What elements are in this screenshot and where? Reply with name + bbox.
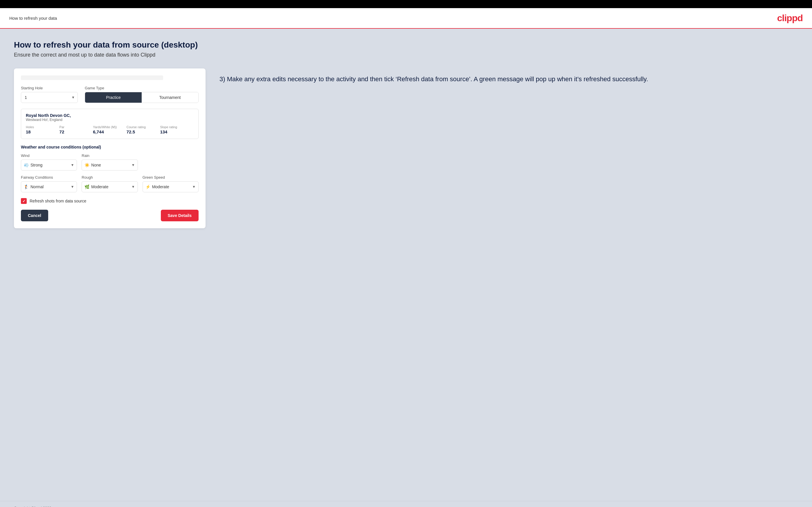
starting-hole-select-wrapper: 1 ▼ [21,92,78,103]
fairway-label: Fairway Conditions [21,175,77,179]
conditions-section-title: Weather and course conditions (optional) [21,145,199,149]
refresh-checkbox[interactable]: ✓ [21,198,27,204]
rough-select-wrapper: 🌿 Moderate ▼ [82,181,138,192]
tournament-button[interactable]: Tournament [142,92,198,103]
copyright-text: Copyright Clippd 2022 [14,506,51,507]
holes-stat: Holes 18 [26,125,59,134]
header: How to refresh your data clippd [0,8,812,29]
par-label: Par [59,125,93,129]
game-type-toggle: Practice Tournament [85,92,199,103]
fairway-rough-green-row: Fairway Conditions 🏌️ Normal ▼ Rough 🌿 [21,175,199,192]
green-speed-label: Green Speed [143,175,199,179]
fairway-select-wrapper: 🏌️ Normal ▼ [21,181,77,192]
rough-group: Rough 🌿 Moderate ▼ [82,175,138,192]
par-value: 72 [59,129,64,134]
cancel-button[interactable]: Cancel [21,210,48,221]
rain-select[interactable]: None [82,160,138,171]
starting-hole-game-type-row: Starting Hole 1 ▼ Game Type Practice Tou… [21,86,199,103]
course-name: Royal North Devon GC, [26,113,194,118]
content-area: Starting Hole 1 ▼ Game Type Practice Tou… [14,68,798,228]
page-heading: How to refresh your data from source (de… [14,40,798,50]
main-content: How to refresh your data from source (de… [0,29,812,501]
wind-group: Wind 💨 Strong ▼ [21,154,77,171]
yards-label: Yards/White (M)) [93,125,126,129]
wind-select[interactable]: Strong [21,160,77,171]
practice-button[interactable]: Practice [85,92,142,103]
header-title: How to refresh your data [9,16,57,20]
logo: clippd [777,13,803,23]
checkmark-icon: ✓ [22,199,26,203]
form-panel: Starting Hole 1 ▼ Game Type Practice Tou… [14,68,206,228]
rain-group: Rain ☀️ None ▼ [82,154,138,171]
slope-rating-value: 134 [160,129,167,134]
holes-value: 18 [26,129,31,134]
wind-rain-row: Wind 💨 Strong ▼ Rain ☀️ None [21,154,199,171]
green-speed-select-wrapper: ⚡ Moderate ▼ [143,181,199,192]
starting-hole-select[interactable]: 1 [21,92,78,103]
starting-hole-group: Starting Hole 1 ▼ [21,86,78,103]
yards-stat: Yards/White (M)) 6,744 [93,125,126,134]
page-subheading: Ensure the correct and most up to date d… [14,52,798,58]
green-speed-select[interactable]: Moderate [143,181,199,192]
course-rating-value: 72.5 [126,129,135,134]
green-speed-group: Green Speed ⚡ Moderate ▼ [143,175,199,192]
form-top-hint [21,75,163,80]
course-location: Westward Ho!, England [26,118,194,122]
sidebar-text: 3) Make any extra edits necessary to the… [219,68,798,84]
slope-rating-stat: Slope rating 134 [160,125,194,134]
rough-select[interactable]: Moderate [82,181,138,192]
course-info-box: Royal North Devon GC, Westward Ho!, Engl… [21,109,199,139]
course-rating-label: Course rating [126,125,160,129]
game-type-label: Game Type [85,86,199,90]
par-stat: Par 72 [59,125,93,134]
course-stats: Holes 18 Par 72 Yards/White (M)) 6,744 C… [26,125,194,134]
slope-rating-label: Slope rating [160,125,194,129]
fairway-select[interactable]: Normal [21,181,77,192]
refresh-checkbox-row: ✓ Refresh shots from data source [21,198,199,204]
save-details-button[interactable]: Save Details [161,210,199,221]
rain-label: Rain [82,154,138,158]
game-type-group: Game Type Practice Tournament [85,86,199,103]
refresh-checkbox-label: Refresh shots from data source [30,199,86,203]
wind-select-wrapper: 💨 Strong ▼ [21,160,77,171]
footer: Copyright Clippd 2022 [0,501,812,507]
top-bar [0,0,812,8]
yards-value: 6,744 [93,129,104,134]
rough-label: Rough [82,175,138,179]
starting-hole-label: Starting Hole [21,86,78,90]
holes-label: Holes [26,125,59,129]
sidebar-description: 3) Make any extra edits necessary to the… [219,74,798,84]
fairway-group: Fairway Conditions 🏌️ Normal ▼ [21,175,77,192]
wind-label: Wind [21,154,77,158]
form-actions: Cancel Save Details [21,210,199,221]
course-rating-stat: Course rating 72.5 [126,125,160,134]
rain-select-wrapper: ☀️ None ▼ [82,160,138,171]
